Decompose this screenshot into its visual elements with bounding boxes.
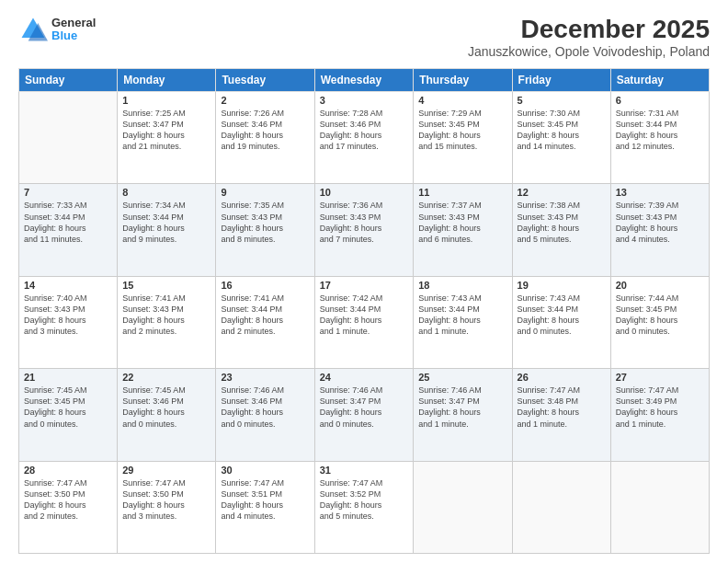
day-number: 24 — [320, 372, 409, 383]
calendar-cell: 14Sunrise: 7:40 AM Sunset: 3:43 PM Dayli… — [19, 276, 118, 368]
title-block: December 2025 Januszkowice, Opole Voivod… — [468, 15, 710, 59]
calendar-week-row: 7Sunrise: 7:33 AM Sunset: 3:44 PM Daylig… — [19, 184, 710, 276]
day-number: 30 — [221, 465, 309, 476]
calendar-cell: 27Sunrise: 7:47 AM Sunset: 3:49 PM Dayli… — [610, 369, 709, 461]
calendar-cell: 20Sunrise: 7:44 AM Sunset: 3:45 PM Dayli… — [610, 276, 709, 368]
calendar-cell: 23Sunrise: 7:46 AM Sunset: 3:46 PM Dayli… — [216, 369, 314, 461]
day-info: Sunrise: 7:42 AM Sunset: 3:44 PM Dayligh… — [320, 293, 409, 338]
day-number: 20 — [616, 280, 704, 291]
calendar-cell: 26Sunrise: 7:47 AM Sunset: 3:48 PM Dayli… — [512, 369, 610, 461]
calendar-cell — [610, 461, 709, 553]
day-number: 23 — [221, 372, 309, 383]
day-info: Sunrise: 7:35 AM Sunset: 3:43 PM Dayligh… — [221, 200, 309, 245]
day-number: 25 — [418, 372, 506, 383]
calendar-week-row: 14Sunrise: 7:40 AM Sunset: 3:43 PM Dayli… — [19, 276, 710, 368]
calendar-cell: 21Sunrise: 7:45 AM Sunset: 3:45 PM Dayli… — [19, 369, 118, 461]
logo-general: General — [51, 17, 96, 29]
header: General Blue December 2025 Januszkowice,… — [18, 15, 710, 59]
page: General Blue December 2025 Januszkowice,… — [0, 0, 728, 563]
day-number: 16 — [221, 280, 309, 291]
day-number: 18 — [418, 280, 506, 291]
day-header-wednesday: Wednesday — [314, 69, 414, 92]
day-number: 6 — [616, 95, 704, 106]
calendar-cell: 2Sunrise: 7:26 AM Sunset: 3:46 PM Daylig… — [216, 92, 314, 184]
calendar-week-row: 1Sunrise: 7:25 AM Sunset: 3:47 PM Daylig… — [19, 92, 710, 184]
day-number: 10 — [320, 187, 409, 198]
day-info: Sunrise: 7:37 AM Sunset: 3:43 PM Dayligh… — [418, 200, 506, 245]
day-info: Sunrise: 7:47 AM Sunset: 3:50 PM Dayligh… — [122, 477, 210, 523]
calendar-cell: 1Sunrise: 7:25 AM Sunset: 3:47 PM Daylig… — [118, 92, 216, 184]
calendar-cell: 4Sunrise: 7:29 AM Sunset: 3:45 PM Daylig… — [414, 92, 512, 184]
logo-text: General Blue — [51, 17, 96, 43]
day-number: 26 — [518, 372, 606, 383]
calendar-cell: 25Sunrise: 7:46 AM Sunset: 3:47 PM Dayli… — [414, 369, 512, 461]
day-number: 19 — [518, 280, 606, 291]
day-info: Sunrise: 7:30 AM Sunset: 3:45 PM Dayligh… — [518, 108, 606, 153]
day-number: 22 — [122, 372, 210, 383]
calendar-cell — [414, 461, 512, 553]
day-header-monday: Monday — [118, 69, 216, 92]
day-info: Sunrise: 7:46 AM Sunset: 3:47 PM Dayligh… — [418, 385, 506, 430]
day-info: Sunrise: 7:45 AM Sunset: 3:45 PM Dayligh… — [24, 385, 112, 430]
calendar-cell: 18Sunrise: 7:43 AM Sunset: 3:44 PM Dayli… — [414, 276, 512, 368]
calendar-cell — [512, 461, 610, 553]
calendar-cell: 5Sunrise: 7:30 AM Sunset: 3:45 PM Daylig… — [512, 92, 610, 184]
day-header-saturday: Saturday — [610, 69, 709, 92]
logo: General Blue — [18, 15, 96, 44]
day-info: Sunrise: 7:47 AM Sunset: 3:50 PM Dayligh… — [24, 477, 112, 523]
calendar-cell: 28Sunrise: 7:47 AM Sunset: 3:50 PM Dayli… — [19, 461, 118, 553]
day-number: 14 — [24, 280, 112, 291]
calendar-header-row: SundayMondayTuesdayWednesdayThursdayFrid… — [19, 69, 710, 92]
calendar-cell: 22Sunrise: 7:45 AM Sunset: 3:46 PM Dayli… — [118, 369, 216, 461]
logo-icon — [18, 15, 48, 44]
day-info: Sunrise: 7:43 AM Sunset: 3:44 PM Dayligh… — [518, 293, 606, 338]
calendar-week-row: 21Sunrise: 7:45 AM Sunset: 3:45 PM Dayli… — [19, 369, 710, 461]
calendar-cell: 31Sunrise: 7:47 AM Sunset: 3:52 PM Dayli… — [314, 461, 414, 553]
day-info: Sunrise: 7:31 AM Sunset: 3:44 PM Dayligh… — [616, 108, 704, 153]
calendar-cell: 17Sunrise: 7:42 AM Sunset: 3:44 PM Dayli… — [314, 276, 414, 368]
calendar-cell: 7Sunrise: 7:33 AM Sunset: 3:44 PM Daylig… — [19, 184, 118, 276]
day-info: Sunrise: 7:44 AM Sunset: 3:45 PM Dayligh… — [616, 293, 704, 338]
day-info: Sunrise: 7:43 AM Sunset: 3:44 PM Dayligh… — [418, 293, 506, 338]
day-info: Sunrise: 7:39 AM Sunset: 3:43 PM Dayligh… — [616, 200, 704, 245]
day-info: Sunrise: 7:46 AM Sunset: 3:46 PM Dayligh… — [221, 385, 309, 430]
day-info: Sunrise: 7:47 AM Sunset: 3:48 PM Dayligh… — [518, 385, 606, 430]
day-info: Sunrise: 7:25 AM Sunset: 3:47 PM Dayligh… — [122, 108, 210, 153]
day-number: 28 — [24, 465, 112, 476]
day-info: Sunrise: 7:41 AM Sunset: 3:44 PM Dayligh… — [221, 293, 309, 338]
day-header-thursday: Thursday — [414, 69, 512, 92]
day-number: 5 — [518, 95, 606, 106]
day-header-sunday: Sunday — [19, 69, 118, 92]
day-info: Sunrise: 7:40 AM Sunset: 3:43 PM Dayligh… — [24, 293, 112, 338]
day-number: 17 — [320, 280, 409, 291]
day-info: Sunrise: 7:36 AM Sunset: 3:43 PM Dayligh… — [320, 200, 409, 245]
day-number: 4 — [418, 95, 506, 106]
day-number: 7 — [24, 187, 112, 198]
calendar-cell: 11Sunrise: 7:37 AM Sunset: 3:43 PM Dayli… — [414, 184, 512, 276]
day-info: Sunrise: 7:47 AM Sunset: 3:52 PM Dayligh… — [320, 477, 409, 523]
calendar-cell: 29Sunrise: 7:47 AM Sunset: 3:50 PM Dayli… — [118, 461, 216, 553]
day-number: 9 — [221, 187, 309, 198]
calendar-cell: 8Sunrise: 7:34 AM Sunset: 3:44 PM Daylig… — [118, 184, 216, 276]
day-number: 29 — [122, 465, 210, 476]
day-number: 3 — [320, 95, 409, 106]
day-info: Sunrise: 7:34 AM Sunset: 3:44 PM Dayligh… — [122, 200, 210, 245]
calendar-cell: 15Sunrise: 7:41 AM Sunset: 3:43 PM Dayli… — [118, 276, 216, 368]
day-info: Sunrise: 7:33 AM Sunset: 3:44 PM Dayligh… — [24, 200, 112, 245]
day-info: Sunrise: 7:41 AM Sunset: 3:43 PM Dayligh… — [122, 293, 210, 338]
day-number: 15 — [122, 280, 210, 291]
calendar-cell: 30Sunrise: 7:47 AM Sunset: 3:51 PM Dayli… — [216, 461, 314, 553]
day-number: 11 — [418, 187, 506, 198]
day-number: 8 — [122, 187, 210, 198]
calendar-cell: 13Sunrise: 7:39 AM Sunset: 3:43 PM Dayli… — [610, 184, 709, 276]
calendar-cell: 3Sunrise: 7:28 AM Sunset: 3:46 PM Daylig… — [314, 92, 414, 184]
day-info: Sunrise: 7:47 AM Sunset: 3:51 PM Dayligh… — [221, 477, 309, 523]
day-info: Sunrise: 7:38 AM Sunset: 3:43 PM Dayligh… — [518, 200, 606, 245]
page-subtitle: Januszkowice, Opole Voivodeship, Poland — [468, 44, 710, 59]
day-number: 31 — [320, 465, 409, 476]
logo-blue: Blue — [51, 29, 96, 42]
calendar-cell: 19Sunrise: 7:43 AM Sunset: 3:44 PM Dayli… — [512, 276, 610, 368]
calendar-cell: 6Sunrise: 7:31 AM Sunset: 3:44 PM Daylig… — [610, 92, 709, 184]
calendar-cell: 16Sunrise: 7:41 AM Sunset: 3:44 PM Dayli… — [216, 276, 314, 368]
day-info: Sunrise: 7:28 AM Sunset: 3:46 PM Dayligh… — [320, 108, 409, 153]
